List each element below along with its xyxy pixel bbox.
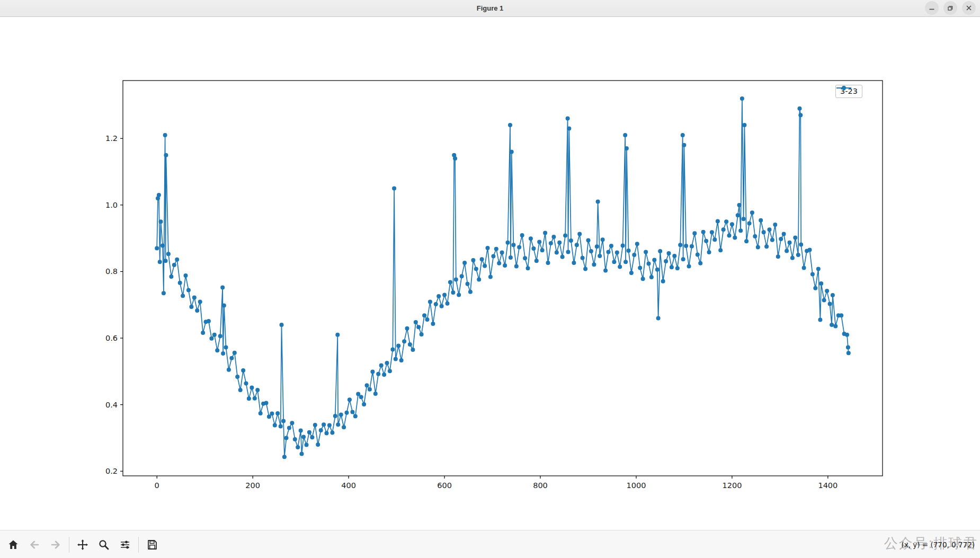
- home-icon: [7, 538, 20, 551]
- data-point-marker: [724, 219, 728, 224]
- magnifier-icon: [97, 538, 110, 551]
- figure-canvas[interactable]: 02004006008001000120014000.20.40.60.81.0…: [0, 17, 980, 530]
- data-point-marker: [721, 227, 726, 232]
- data-point-marker: [280, 323, 284, 327]
- data-point-marker: [446, 302, 450, 306]
- back-button[interactable]: [24, 534, 44, 555]
- data-point-marker: [162, 291, 166, 295]
- data-point-marker: [212, 333, 217, 337]
- data-point-marker: [454, 278, 458, 282]
- data-point-marker: [284, 436, 289, 440]
- data-point-marker: [609, 244, 613, 248]
- data-point-marker: [198, 300, 202, 304]
- x-tick-label: 1400: [818, 481, 838, 490]
- data-point-marker: [373, 392, 378, 396]
- data-point-marker: [506, 241, 510, 245]
- y-tick-label: 1.0: [105, 201, 118, 209]
- data-point-marker: [457, 293, 461, 297]
- cursor-coordinates-readout: (x, y) = (770, 0.772): [901, 530, 975, 558]
- legend: 3-23: [835, 85, 862, 98]
- data-point-marker: [566, 117, 570, 121]
- data-point-marker: [287, 426, 291, 430]
- data-point-marker: [207, 319, 211, 323]
- data-point-marker: [664, 259, 668, 263]
- data-point-marker: [431, 322, 435, 326]
- data-point-marker: [453, 156, 457, 161]
- forward-button[interactable]: [46, 534, 66, 555]
- data-point-marker: [511, 243, 515, 247]
- data-point-marker: [672, 254, 676, 258]
- data-point-marker: [370, 370, 375, 374]
- data-point-marker: [627, 249, 631, 253]
- data-point-marker: [301, 435, 306, 439]
- data-point-marker: [750, 210, 754, 215]
- x-tick-label: 200: [245, 481, 260, 490]
- data-point-marker: [833, 324, 838, 328]
- data-point-marker: [845, 333, 849, 337]
- data-point-marker: [382, 373, 386, 377]
- data-point-marker: [388, 369, 392, 373]
- data-point-marker: [322, 422, 326, 427]
- data-point-marker: [425, 317, 430, 322]
- plot-area[interactable]: 02004006008001000120014000.20.40.60.81.0…: [0, 17, 980, 530]
- window-titlebar[interactable]: Figure 1: [0, 0, 980, 17]
- close-button[interactable]: [962, 1, 976, 15]
- data-point-marker: [589, 249, 593, 253]
- data-point-marker: [336, 422, 340, 427]
- data-point-marker: [577, 232, 582, 236]
- data-point-marker: [846, 346, 850, 350]
- data-point-marker: [186, 288, 191, 293]
- data-point-marker: [560, 255, 565, 259]
- data-point-marker: [379, 364, 384, 368]
- minimize-button[interactable]: [925, 1, 939, 15]
- data-point-marker: [500, 251, 504, 255]
- data-point-marker: [368, 387, 372, 392]
- data-point-marker: [847, 351, 851, 355]
- data-point-marker: [414, 320, 418, 324]
- data-point-marker: [405, 326, 409, 331]
- data-point-marker: [468, 290, 473, 294]
- data-point-marker: [448, 280, 452, 285]
- close-icon: [966, 5, 972, 11]
- data-point-marker: [241, 368, 245, 373]
- legend-line-marker-icon: [836, 85, 852, 91]
- data-point-marker: [540, 248, 545, 252]
- data-point-marker: [569, 238, 573, 243]
- data-point-marker: [759, 218, 763, 223]
- data-point-marker: [442, 293, 447, 297]
- data-point-marker: [736, 213, 740, 217]
- data-point-marker: [270, 412, 274, 416]
- data-point-marker: [682, 143, 686, 147]
- data-point-marker: [486, 246, 490, 250]
- data-point-marker: [488, 275, 493, 279]
- data-point-marker: [471, 258, 475, 262]
- data-point-marker: [333, 414, 337, 418]
- data-point-marker: [740, 96, 744, 101]
- data-point-marker: [546, 261, 550, 265]
- configure-subplots-button[interactable]: [115, 534, 135, 555]
- data-point-marker: [164, 259, 168, 263]
- data-point-marker: [282, 455, 287, 459]
- data-point-marker: [625, 146, 629, 150]
- data-point-marker: [798, 107, 802, 111]
- data-point-marker: [440, 304, 444, 308]
- data-point-marker: [818, 318, 822, 322]
- save-button[interactable]: [142, 534, 162, 555]
- data-point-marker: [477, 278, 481, 282]
- data-point-marker: [299, 429, 303, 433]
- data-point-marker: [327, 423, 332, 428]
- restore-button[interactable]: [943, 1, 957, 15]
- zoom-button[interactable]: [94, 534, 114, 555]
- data-point-marker: [586, 238, 591, 242]
- data-point-marker: [158, 260, 162, 264]
- data-point-marker: [762, 230, 766, 234]
- back-arrow-icon: [28, 538, 41, 551]
- data-point-marker: [494, 247, 498, 251]
- data-point-marker: [661, 279, 665, 284]
- pan-button[interactable]: [73, 534, 93, 555]
- data-point-marker: [776, 254, 780, 259]
- data-point-marker: [175, 258, 179, 262]
- data-point-marker: [641, 277, 645, 281]
- data-point-marker: [491, 254, 495, 259]
- home-button[interactable]: [3, 534, 23, 555]
